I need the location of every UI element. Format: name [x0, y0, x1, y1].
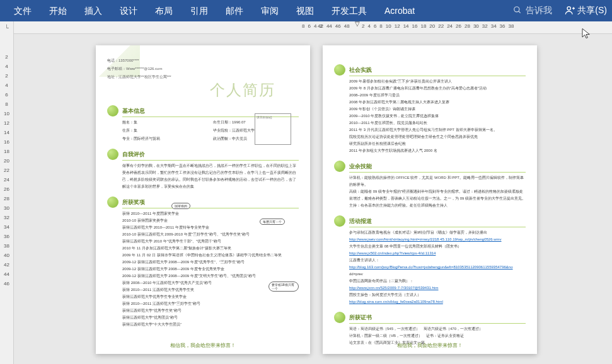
social-list: 2009 年暑假参加校社会实践"三下乡"并获任贵岗公开课主讲人2009 年 8 …	[334, 78, 526, 147]
svg-point-2	[567, 6, 570, 9]
tab-mailings[interactable]: 邮件	[217, 0, 252, 21]
ruler-corner: └	[0, 21, 14, 34]
bullet-icon	[107, 105, 118, 117]
list-item: 计算机：能较熟练的操作的 OFFICE 软件，尤其是 WORD 和 PPT。能略…	[349, 174, 526, 188]
document-page-1[interactable]: 电话：1357000**** 电子邮箱：Www******@126.com 地址…	[96, 45, 310, 354]
search-icon	[513, 6, 522, 16]
list-item[interactable]: http://blog.sina.com.cn/s/blog_fe0cea2a0…	[349, 299, 526, 305]
list-item: 2009 年暑假参加校社会实践"三下乡"并获任贵岗公开课主讲人	[349, 78, 526, 85]
list-item[interactable]: http://www.jx502.cn/index.php?/view/cps-…	[349, 250, 526, 257]
list-item: 2010—2011 年度任班团长、院党员服务站站长	[349, 120, 526, 127]
info-hometown: 住所：集	[122, 127, 208, 134]
bullet-icon	[334, 161, 345, 172]
list-item: 2009 年 11 月 02 日 获得水学英语班《中国特色社会主义理论体系》课程…	[122, 252, 299, 259]
list-item: 获得 2010—2011 年度国家奖学金	[122, 210, 299, 217]
tab-file[interactable]: 文件	[5, 0, 40, 21]
social-last: 2011 年参加组女大学生职场挑战赛进入人气 2000 名	[334, 147, 526, 154]
page-footer: 相信我，我会给您带来惊喜！	[323, 342, 537, 349]
page-footer: 相信我，我会给您带来惊喜！	[96, 342, 310, 349]
tab-home[interactable]: 开始	[40, 0, 76, 21]
list-item[interactable]: http://www.jxcn.cn/525/2009-7-7/30107@53…	[349, 285, 526, 292]
bullet-icon	[334, 215, 345, 227]
list-item: dd=prev	[349, 271, 526, 278]
horizontal-ruler[interactable]: └ 8642 ▽ 2468101214161820222426283032343…	[0, 21, 612, 34]
awards-list: 获得 2010—2011 年度国家奖学金2010-10 获得国家奖类学金获得江西…	[107, 210, 299, 328]
tell-me-label: 告诉我	[526, 5, 552, 16]
list-item: 获得江西师范大学优秀学生专业奖学金	[122, 293, 299, 300]
vertical-ruler[interactable]: 2424681012141618202224262830323436384042…	[0, 34, 14, 364]
bullet-icon	[107, 149, 118, 160]
list-item: 2010 年 11 月参加江西师范大学第二届"魅族会计"摄影大赛三等奖	[122, 245, 299, 252]
skill-list: 计算机：能较熟练的操作的 OFFICE 软件，尤其是 WORD 和 PPT。能略…	[334, 174, 526, 209]
section-award-title: 所获奖项	[122, 198, 145, 207]
self-eval-text: 做事有个好学的我，在大学期间一直在不断地挑战自己，挑战不一样的学生工作职位，在不…	[107, 162, 299, 190]
tab-layout[interactable]: 布局	[146, 0, 182, 21]
section-cert-title: 所获证书	[349, 314, 372, 322]
list-item: 国投主操告：如何度过大学生活（主讲人）	[349, 292, 526, 299]
list-item: 2010-10 获得江西师范大 2009-2010 年度"三好学生"称号、"优秀…	[122, 231, 299, 238]
list-item: 2009 年 8 月参加江西青广播电台和江西青年思想教会主办的"高考爱心志愿者"…	[349, 85, 526, 92]
tab-developer[interactable]: 开发工具	[323, 0, 376, 21]
list-item: 英语：英语四级证书（545，一次性通过） 英语六级证书（470，一次性通过）	[349, 326, 526, 333]
ribbon-bar: 文件 开始 插入 设计 布局 引用 邮件 审阅 视图 开发工具 Acrobat …	[0, 0, 612, 21]
hruler-scale: 8642 ▽ 246810121416182022242628303234363…	[14, 21, 612, 34]
contact-email: 电子邮箱：Www******@126.com	[107, 66, 299, 72]
list-item: 主持：有各基本的主持能力的经验。处任往班级晚会主持人	[349, 202, 526, 209]
list-item: 获得江西师范大学 2010—2011 年度特等专业奖学金	[122, 224, 299, 231]
resume-title: 个人简历	[210, 80, 275, 100]
list-item: 2009-12 获得江西师范大学 2008—2009 年度专业优秀奖学金	[122, 266, 299, 273]
list-item: 大学生信息全类文章 08 中国显一位优秀团支部相关材料（团支书）	[349, 243, 526, 250]
list-item: 研究所副所并任长校照课后会纪检	[349, 140, 526, 147]
list-item: 获得 2010—2011 江西师范大学"三好学生"称号	[122, 300, 299, 307]
tell-me-search[interactable]: 告诉我	[513, 5, 552, 16]
section-skill-title: 业余技能	[349, 162, 372, 171]
info-name: 姓名：集	[122, 119, 208, 126]
list-item: 计算机：国家一级二级（VB，一次性通过） 证书：证券从业资格证	[349, 333, 526, 339]
list-item[interactable]: http://blog.163.com/jssy/BlogPersa.do?ho…	[349, 264, 526, 271]
list-item[interactable]: http://www.jsetv.com/html/xinlaoying.htm…	[349, 236, 526, 243]
section-social-title: 社会实践	[349, 66, 372, 74]
contact-address: 地址：江西师范大学**校区学生公寓***	[107, 74, 299, 80]
list-item: 中国江西网新奇间作品（二篇为我）：	[349, 278, 526, 285]
share-person-icon	[565, 5, 575, 17]
annotation-per-layer[interactable]: 每层只有一个	[260, 219, 285, 225]
annotation-national[interactable]: 国家级的	[171, 203, 190, 209]
list-item: 2008~2009 年度任班学习委员	[349, 92, 526, 99]
list-item: 2011 年 3 月代表江西师范大学管理人先公司组实习生制作 PPT 首师大赛中…	[349, 127, 526, 134]
tab-references[interactable]: 引用	[182, 0, 217, 21]
section-self-title: 自我评价	[122, 151, 145, 159]
info-major: 专业：国际经济与贸易	[122, 135, 208, 142]
tab-design[interactable]: 设计	[111, 0, 146, 21]
list-item: 参与录制江西教育电视台《成长对话》第9特别节目《晒友》做学嘉宾，并到达播出	[349, 229, 526, 236]
tab-insert[interactable]: 插入	[76, 0, 111, 21]
annotation-school18[interactable]: 要学校18级只有一个	[268, 282, 299, 292]
list-item: 获得江西师范大学"十大大学生团员"	[122, 321, 299, 328]
list-item: 2009-12 获得江西师范大学 2008—2009 年度"优秀学生"、"三好学…	[122, 259, 299, 266]
list-item: 院校党校历次论证协议处处管理处管吧理财会主研会生之个同会思路并获优先	[349, 134, 526, 140]
bullet-icon	[334, 312, 345, 323]
bullet-icon	[334, 64, 345, 76]
svg-point-0	[514, 6, 519, 11]
list-item: 江西青主讲讲人：	[349, 257, 526, 264]
photo-placeholder: 课后粘贴处	[255, 113, 291, 145]
share-button[interactable]: 共享(S)	[565, 5, 607, 17]
bullet-icon	[107, 196, 118, 208]
list-item: 获得江西师范大学"优秀团员"称号	[122, 314, 299, 321]
list-item: 2009—2010 年度教仪摄支书，处立院主席优选班集体	[349, 113, 526, 120]
svg-line-1	[519, 11, 521, 13]
list-item: 获得江西师范大学"优秀学生奖"称号	[122, 307, 299, 314]
report-list: 参与录制江西教育电视台《成长对话》第9特别节目《晒友》做学嘉宾，并到达播出htt…	[334, 229, 526, 305]
share-label: 共享(S)	[577, 5, 607, 16]
tab-view[interactable]: 视图	[287, 0, 323, 21]
list-item: 2009-12 获得江西师范大学 2008—2009 年度"文明大学生"称号、"…	[122, 273, 299, 280]
list-item: 2009 年影创《个员管员》诗朗诵主持课	[349, 106, 526, 113]
section-basic-title: 基本信息	[122, 107, 145, 115]
section-report-title: 活动报道	[349, 217, 372, 225]
list-item: 高级：能顺者 09 级专业年报的"经济圈遇到半年院到导专业的报求。读过：精进叔的…	[349, 188, 526, 202]
tab-acrobat[interactable]: Acrobat	[376, 0, 424, 21]
list-item: 获得江西师范大学 2010 年"优秀学生干部"、"优秀团干"称号	[122, 238, 299, 245]
document-page-2[interactable]: 社会实践 2009 年暑假参加校社会实践"三下乡"并获任贵岗公开课主讲人2009…	[323, 45, 537, 354]
tab-review[interactable]: 审阅	[252, 0, 287, 21]
contact-tel: 电话：1357000****	[107, 58, 299, 64]
list-item: 2008 年参加江西师范大学第二届电视主持人大赛并进入复赛	[349, 99, 526, 106]
